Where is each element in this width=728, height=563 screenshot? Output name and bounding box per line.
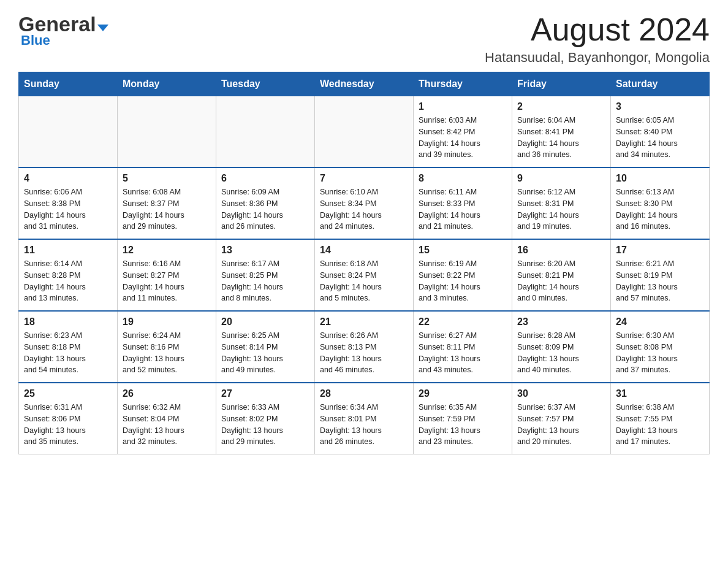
day-info: Sunrise: 6:19 AMSunset: 8:22 PMDaylight:… (419, 258, 507, 304)
day-info: Sunrise: 6:04 AMSunset: 8:41 PMDaylight:… (517, 115, 605, 161)
day-info: Sunrise: 6:20 AMSunset: 8:21 PMDaylight:… (517, 258, 605, 304)
calendar-cell: 7Sunrise: 6:10 AMSunset: 8:34 PMDaylight… (315, 167, 414, 239)
calendar-cell: 27Sunrise: 6:33 AMSunset: 8:02 PMDayligh… (216, 383, 315, 454)
day-number: 13 (221, 245, 309, 256)
day-number: 11 (24, 245, 112, 256)
day-info: Sunrise: 6:05 AMSunset: 8:40 PMDaylight:… (616, 115, 704, 161)
day-number: 28 (320, 388, 408, 399)
day-info: Sunrise: 6:09 AMSunset: 8:36 PMDaylight:… (221, 186, 309, 232)
calendar-cell: 26Sunrise: 6:32 AMSunset: 8:04 PMDayligh… (118, 383, 216, 454)
day-info: Sunrise: 6:14 AMSunset: 8:28 PMDaylight:… (24, 258, 112, 304)
calendar-cell: 14Sunrise: 6:18 AMSunset: 8:24 PMDayligh… (315, 239, 414, 311)
calendar-cell: 28Sunrise: 6:34 AMSunset: 8:01 PMDayligh… (315, 383, 414, 454)
location-text: Hatansuudal, Bayanhongor, Mongolia (485, 50, 710, 66)
week-row-2: 4Sunrise: 6:06 AMSunset: 8:38 PMDaylight… (19, 167, 710, 239)
calendar-cell: 21Sunrise: 6:26 AMSunset: 8:13 PMDayligh… (315, 311, 414, 383)
day-number: 14 (320, 245, 408, 256)
day-info: Sunrise: 6:21 AMSunset: 8:19 PMDaylight:… (616, 258, 704, 304)
week-row-3: 11Sunrise: 6:14 AMSunset: 8:28 PMDayligh… (19, 239, 710, 311)
day-number: 9 (517, 173, 605, 184)
calendar-cell: 22Sunrise: 6:27 AMSunset: 8:11 PMDayligh… (414, 311, 512, 383)
month-year-title: August 2024 (485, 12, 710, 47)
day-number: 16 (517, 245, 605, 256)
day-number: 24 (616, 316, 704, 327)
day-number: 21 (320, 316, 408, 327)
day-number: 18 (24, 316, 112, 327)
week-row-1: 1Sunrise: 6:03 AMSunset: 8:42 PMDaylight… (19, 96, 710, 168)
calendar-cell: 23Sunrise: 6:28 AMSunset: 8:09 PMDayligh… (512, 311, 611, 383)
page-header: General Blue August 2024 Hatansuudal, Ba… (18, 12, 710, 66)
day-info: Sunrise: 6:06 AMSunset: 8:38 PMDaylight:… (24, 186, 112, 232)
calendar-cell: 30Sunrise: 6:37 AMSunset: 7:57 PMDayligh… (512, 383, 611, 454)
calendar-cell: 13Sunrise: 6:17 AMSunset: 8:25 PMDayligh… (216, 239, 315, 311)
header-tuesday: Tuesday (216, 72, 315, 96)
day-number: 4 (24, 173, 112, 184)
day-number: 29 (419, 388, 507, 399)
calendar-cell: 8Sunrise: 6:11 AMSunset: 8:33 PMDaylight… (414, 167, 512, 239)
day-number: 12 (123, 245, 211, 256)
day-info: Sunrise: 6:12 AMSunset: 8:31 PMDaylight:… (517, 186, 605, 232)
day-info: Sunrise: 6:23 AMSunset: 8:18 PMDaylight:… (24, 330, 112, 376)
day-info: Sunrise: 6:35 AMSunset: 7:59 PMDaylight:… (419, 402, 507, 448)
header-monday: Monday (118, 72, 216, 96)
day-info: Sunrise: 6:10 AMSunset: 8:34 PMDaylight:… (320, 186, 408, 232)
day-info: Sunrise: 6:32 AMSunset: 8:04 PMDaylight:… (123, 402, 211, 448)
calendar-cell: 25Sunrise: 6:31 AMSunset: 8:06 PMDayligh… (19, 383, 118, 454)
calendar-cell: 4Sunrise: 6:06 AMSunset: 8:38 PMDaylight… (19, 167, 118, 239)
day-info: Sunrise: 6:30 AMSunset: 8:08 PMDaylight:… (616, 330, 704, 376)
days-of-week-row: Sunday Monday Tuesday Wednesday Thursday… (19, 72, 710, 96)
calendar-cell: 31Sunrise: 6:38 AMSunset: 7:55 PMDayligh… (611, 383, 710, 454)
calendar-cell: 24Sunrise: 6:30 AMSunset: 8:08 PMDayligh… (611, 311, 710, 383)
logo: General Blue (18, 12, 108, 48)
day-info: Sunrise: 6:03 AMSunset: 8:42 PMDaylight:… (419, 115, 507, 161)
calendar-cell: 11Sunrise: 6:14 AMSunset: 8:28 PMDayligh… (19, 239, 118, 311)
calendar-cell: 1Sunrise: 6:03 AMSunset: 8:42 PMDaylight… (414, 96, 512, 168)
week-row-5: 25Sunrise: 6:31 AMSunset: 8:06 PMDayligh… (19, 383, 710, 454)
day-number: 31 (616, 388, 704, 399)
day-number: 27 (221, 388, 309, 399)
calendar-cell: 6Sunrise: 6:09 AMSunset: 8:36 PMDaylight… (216, 167, 315, 239)
calendar-table: Sunday Monday Tuesday Wednesday Thursday… (18, 72, 710, 454)
day-number: 5 (123, 173, 211, 184)
calendar-cell: 29Sunrise: 6:35 AMSunset: 7:59 PMDayligh… (414, 383, 512, 454)
calendar-cell: 5Sunrise: 6:08 AMSunset: 8:37 PMDaylight… (118, 167, 216, 239)
week-row-4: 18Sunrise: 6:23 AMSunset: 8:18 PMDayligh… (19, 311, 710, 383)
day-number: 7 (320, 173, 408, 184)
day-number: 22 (419, 316, 507, 327)
calendar-cell: 18Sunrise: 6:23 AMSunset: 8:18 PMDayligh… (19, 311, 118, 383)
day-number: 20 (221, 316, 309, 327)
day-number: 8 (419, 173, 507, 184)
day-info: Sunrise: 6:31 AMSunset: 8:06 PMDaylight:… (24, 402, 112, 448)
header-saturday: Saturday (611, 72, 710, 96)
day-number: 6 (221, 173, 309, 184)
day-number: 10 (616, 173, 704, 184)
header-sunday: Sunday (19, 72, 118, 96)
day-number: 25 (24, 388, 112, 399)
header-friday: Friday (512, 72, 611, 96)
calendar-cell: 12Sunrise: 6:16 AMSunset: 8:27 PMDayligh… (118, 239, 216, 311)
calendar-cell (19, 96, 118, 168)
day-info: Sunrise: 6:38 AMSunset: 7:55 PMDaylight:… (616, 402, 704, 448)
calendar-cell: 17Sunrise: 6:21 AMSunset: 8:19 PMDayligh… (611, 239, 710, 311)
day-info: Sunrise: 6:34 AMSunset: 8:01 PMDaylight:… (320, 402, 408, 448)
title-section: August 2024 Hatansuudal, Bayanhongor, Mo… (485, 12, 710, 66)
calendar-cell: 19Sunrise: 6:24 AMSunset: 8:16 PMDayligh… (118, 311, 216, 383)
day-info: Sunrise: 6:18 AMSunset: 8:24 PMDaylight:… (320, 258, 408, 304)
header-wednesday: Wednesday (315, 72, 414, 96)
day-number: 1 (419, 101, 507, 112)
day-number: 17 (616, 245, 704, 256)
day-info: Sunrise: 6:33 AMSunset: 8:02 PMDaylight:… (221, 402, 309, 448)
day-number: 2 (517, 101, 605, 112)
day-number: 3 (616, 101, 704, 112)
day-number: 15 (419, 245, 507, 256)
day-number: 23 (517, 316, 605, 327)
calendar-cell: 16Sunrise: 6:20 AMSunset: 8:21 PMDayligh… (512, 239, 611, 311)
calendar-cell: 10Sunrise: 6:13 AMSunset: 8:30 PMDayligh… (611, 167, 710, 239)
calendar-cell: 15Sunrise: 6:19 AMSunset: 8:22 PMDayligh… (414, 239, 512, 311)
calendar-cell: 20Sunrise: 6:25 AMSunset: 8:14 PMDayligh… (216, 311, 315, 383)
logo-blue-text: Blue (21, 33, 50, 48)
day-info: Sunrise: 6:25 AMSunset: 8:14 PMDaylight:… (221, 330, 309, 376)
day-number: 19 (123, 316, 211, 327)
calendar-cell: 2Sunrise: 6:04 AMSunset: 8:41 PMDaylight… (512, 96, 611, 168)
logo-triangle-icon (97, 25, 108, 31)
